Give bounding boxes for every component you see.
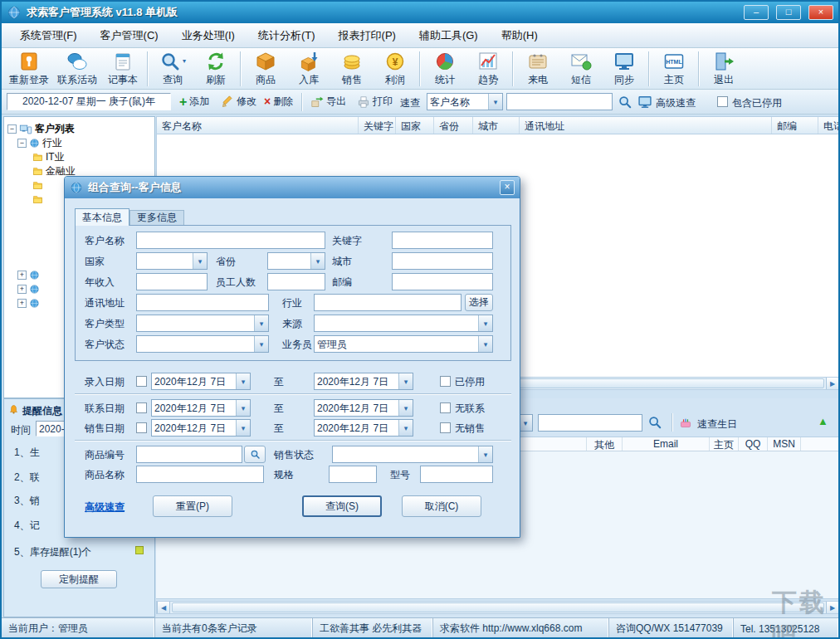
zip-input[interactable] — [392, 273, 493, 290]
address-input[interactable] — [136, 294, 269, 311]
tree-root-customer-list[interactable]: 客户列表 — [7, 122, 75, 136]
contact-date-from-picker[interactable]: 2020年12月 7日 — [151, 399, 251, 417]
chevron-down-icon[interactable] — [254, 315, 268, 331]
tree-node-industry[interactable]: 行业 — [17, 136, 62, 150]
menu-report-print[interactable]: 报表打印(P) — [327, 24, 408, 47]
collapse-icon[interactable] — [17, 139, 27, 148]
column-header[interactable] — [801, 437, 840, 451]
column-header[interactable]: 客户名称 — [157, 117, 359, 134]
minimize-button[interactable]: – — [744, 5, 769, 20]
reset-button[interactable]: 重置(P) — [153, 495, 232, 517]
no-sales-checkbox[interactable] — [440, 422, 451, 433]
exit-button[interactable]: 退出 — [702, 50, 745, 88]
column-header[interactable]: 国家 — [396, 117, 434, 134]
collapse-icon[interactable] — [7, 124, 17, 134]
spec-input[interactable] — [329, 466, 377, 483]
custom-reminder-button[interactable]: 定制提醒 — [41, 570, 117, 588]
tree-leaf[interactable] — [32, 178, 43, 193]
tree-node-collapsed[interactable] — [17, 282, 40, 296]
chevron-down-icon[interactable] — [478, 446, 492, 462]
chevron-down-icon[interactable] — [398, 373, 413, 389]
menu-tools[interactable]: 辅助工具(G) — [408, 24, 490, 47]
tree-node-collapsed[interactable] — [17, 296, 40, 310]
disabled-checkbox[interactable] — [440, 376, 451, 387]
chevron-down-icon[interactable] — [236, 400, 250, 416]
product-name-input[interactable] — [136, 466, 264, 483]
query-button[interactable]: 查询 — [151, 50, 194, 88]
country-combo[interactable] — [136, 252, 208, 270]
scroll-right-arrow[interactable] — [826, 602, 839, 613]
contact-activity-button[interactable]: 联系活动 — [53, 50, 101, 88]
chevron-down-icon[interactable] — [478, 315, 492, 331]
tab-more-info[interactable]: 更多信息 — [129, 210, 184, 226]
status-website[interactable]: 求索软件 http://www.xlq668.com — [433, 618, 609, 639]
column-header[interactable]: 电话 — [818, 117, 839, 134]
maximize-button[interactable]: □ — [776, 5, 801, 20]
contact-date-to-picker[interactable]: 2020年12月 7日 — [314, 399, 413, 417]
chevron-down-icon[interactable] — [488, 94, 502, 110]
tree-leaf[interactable] — [32, 193, 43, 207]
staff-count-input[interactable] — [267, 273, 325, 290]
no-contact-checkbox[interactable] — [440, 402, 451, 413]
scrollbar-thumb[interactable] — [172, 602, 824, 612]
sync-button[interactable]: 同步 — [603, 50, 646, 88]
delete-button[interactable]: 删除 — [261, 92, 296, 111]
chevron-down-icon[interactable] — [398, 420, 413, 436]
customer-name-input[interactable] — [136, 232, 325, 249]
notepad-button[interactable]: 记事本 — [101, 50, 144, 88]
column-header[interactable]: Email — [623, 437, 710, 451]
customer-type-combo[interactable] — [136, 315, 269, 332]
chevron-down-icon[interactable] — [254, 336, 268, 352]
quick-birthday-link[interactable]: 速查生日 — [697, 417, 737, 432]
tree-leaf-it[interactable]: IT业 — [32, 150, 65, 164]
column-header[interactable]: 其他 — [587, 437, 623, 451]
entry-date-from-picker[interactable]: 2020年12月 7日 — [151, 373, 251, 390]
expand-icon[interactable] — [17, 285, 27, 294]
sales-date-checkbox[interactable] — [136, 422, 147, 433]
search-icon[interactable] — [618, 95, 632, 110]
column-header[interactable]: 邮编 — [772, 117, 818, 134]
profit-button[interactable]: 利润 — [374, 50, 417, 88]
search-field-combo[interactable]: 客户名称 — [427, 93, 503, 110]
chevron-down-icon[interactable] — [398, 400, 413, 416]
print-button[interactable]: 打印 — [354, 92, 396, 111]
menu-statistics[interactable]: 统计分析(T) — [247, 24, 327, 47]
advanced-search-link[interactable]: 高级速查 — [656, 96, 696, 110]
tab-basic-info[interactable]: 基本信息 — [75, 208, 129, 226]
search-icon[interactable] — [647, 415, 662, 430]
add-button[interactable]: 添加 — [176, 92, 212, 111]
reminder-item-contact[interactable]: 2、联 — [14, 471, 40, 485]
reminder-item-inventory[interactable]: 5、库存提醒(1)个 — [14, 545, 91, 559]
refresh-button[interactable]: 刷新 — [194, 50, 237, 88]
close-button[interactable]: × — [808, 5, 833, 20]
include-disabled-checkbox[interactable] — [717, 96, 728, 107]
salesman-combo[interactable]: 管理员 — [314, 335, 493, 353]
entry-date-checkbox[interactable] — [136, 376, 147, 387]
menu-customer[interactable]: 客户管理(C) — [89, 24, 170, 47]
income-input[interactable] — [136, 273, 208, 290]
expand-icon[interactable] — [17, 299, 27, 308]
collapse-up-icon[interactable] — [818, 415, 828, 427]
reminder-item-birthday[interactable]: 1、生 — [14, 446, 40, 460]
edit-button[interactable]: 修改 — [217, 92, 260, 111]
quick-search-input[interactable] — [506, 93, 613, 110]
province-combo[interactable] — [267, 252, 325, 270]
industry-input[interactable] — [314, 294, 462, 311]
expand-icon[interactable] — [17, 271, 27, 280]
column-header[interactable]: 通讯地址 — [520, 117, 772, 134]
export-button[interactable]: 导出 — [307, 92, 349, 111]
column-header[interactable]: 关键字 — [359, 117, 396, 134]
entry-date-to-picker[interactable]: 2020年12月 7日 — [314, 373, 413, 390]
sales-status-combo[interactable] — [332, 446, 493, 463]
advanced-search-link[interactable]: 高级速查 — [85, 500, 125, 515]
chevron-down-icon[interactable] — [183, 57, 186, 65]
trend-button[interactable]: 趋势 — [466, 50, 510, 88]
chevron-down-icon[interactable] — [310, 253, 325, 269]
homepage-button[interactable]: 主页 — [652, 50, 696, 88]
city-input[interactable] — [392, 252, 493, 270]
grid-horizontal-scrollbar[interactable] — [156, 601, 840, 614]
statistics-button[interactable]: 统计 — [423, 50, 466, 88]
contact-date-checkbox[interactable] — [136, 402, 147, 413]
cancel-button[interactable]: 取消(C) — [402, 495, 481, 517]
industry-choose-button[interactable]: 选择 — [465, 294, 493, 311]
